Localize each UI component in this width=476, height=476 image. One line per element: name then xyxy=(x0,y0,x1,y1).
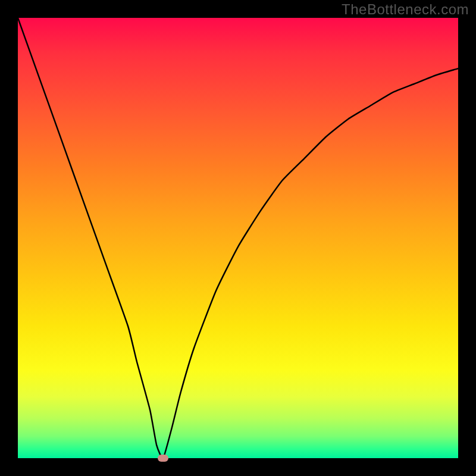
optimal-point-marker xyxy=(158,455,168,462)
bottleneck-curve xyxy=(18,18,458,458)
watermark-text: TheBottleneck.com xyxy=(342,1,469,18)
plot-area xyxy=(18,18,458,458)
chart-frame: TheBottleneck.com xyxy=(0,0,476,476)
